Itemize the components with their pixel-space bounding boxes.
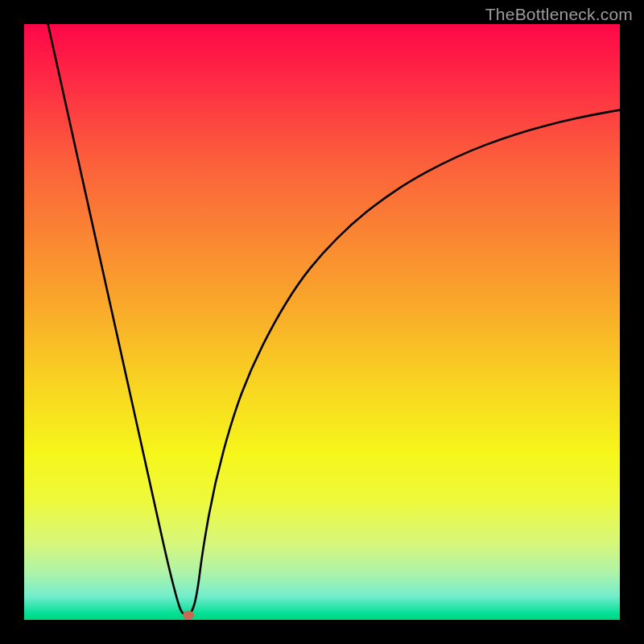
attribution-text: TheBottleneck.com — [485, 5, 633, 24]
plot-area — [24, 24, 620, 620]
highlight-dot — [183, 611, 194, 620]
curve-path — [48, 24, 620, 615]
chart-frame: TheBottleneck.com — [0, 0, 644, 644]
bottleneck-curve — [24, 24, 620, 620]
